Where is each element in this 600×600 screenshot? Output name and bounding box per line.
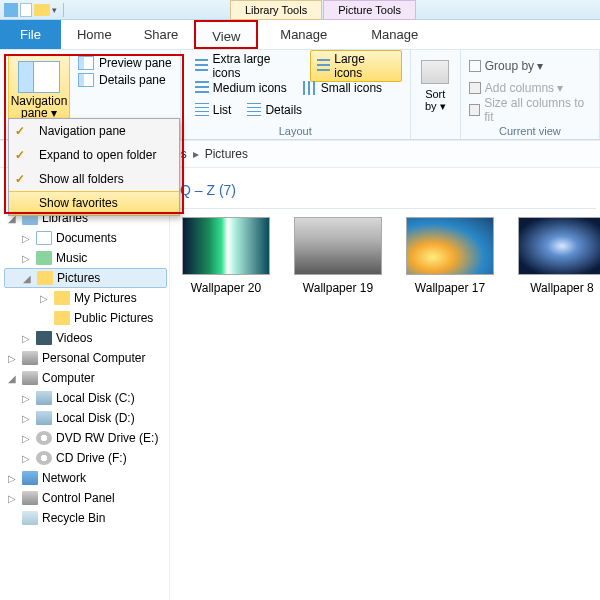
navigation-pane-button[interactable]: Navigation pane ▾ xyxy=(8,54,70,124)
group-by-label: Group by ▾ xyxy=(485,59,544,73)
file-item[interactable]: Wallpaper 8 xyxy=(518,217,600,295)
tree-cd[interactable]: ▷CD Drive (F:) xyxy=(4,448,167,468)
ribbon-tabs: File Home Share View Manage Manage xyxy=(0,20,600,50)
tree-personal-label: Personal Computer xyxy=(42,351,145,365)
layout-list[interactable]: List xyxy=(189,102,238,118)
tree-recycle-bin[interactable]: Recycle Bin xyxy=(4,508,167,528)
qa-dropdown-icon[interactable]: ▾ xyxy=(52,5,57,15)
tree-personal-computer[interactable]: ▷Personal Computer xyxy=(4,348,167,368)
recycle-bin-icon xyxy=(22,511,38,525)
tree-computer[interactable]: ◢Computer xyxy=(4,368,167,388)
file-name-label: Wallpaper 19 xyxy=(303,281,373,295)
disk-icon xyxy=(36,411,52,425)
check-icon: ✓ xyxy=(15,148,29,162)
tree-pictures[interactable]: ◢Pictures xyxy=(4,268,167,288)
details-pane-icon xyxy=(78,73,94,87)
thumbnail-icon xyxy=(518,217,600,275)
details-pane-button[interactable]: Details pane xyxy=(78,73,172,87)
tree-disk-c-label: Local Disk (C:) xyxy=(56,391,135,405)
current-view-group-label: Current view xyxy=(461,125,599,137)
layout-group-label: Layout xyxy=(181,125,410,137)
file-item[interactable]: Wallpaper 20 xyxy=(182,217,270,295)
current-view-group: Group by ▾ Add columns ▾ Size all column… xyxy=(461,50,600,139)
contextual-tabs: Library Tools Picture Tools xyxy=(230,0,417,20)
details-pane-label: Details pane xyxy=(99,73,166,87)
menu-navigation-pane[interactable]: ✓Navigation pane xyxy=(9,119,179,143)
tree-network[interactable]: ▷Network xyxy=(4,468,167,488)
md-label: Medium icons xyxy=(213,81,287,95)
network-icon xyxy=(22,471,38,485)
sort-group: Sort by ▾ xyxy=(411,50,461,139)
qa-folder-icon[interactable] xyxy=(34,4,50,16)
xl-icon xyxy=(195,59,209,73)
sm-icon xyxy=(303,81,317,95)
ctx-picture-tools[interactable]: Picture Tools xyxy=(323,0,416,20)
tab-file[interactable]: File xyxy=(0,20,61,49)
tree-dvd-label: DVD RW Drive (E:) xyxy=(56,431,158,445)
menu-show-fav-label: Show favorites xyxy=(39,196,118,210)
file-item[interactable]: Wallpaper 19 xyxy=(294,217,382,295)
layout-medium[interactable]: Medium icons xyxy=(189,80,293,96)
preview-pane-icon xyxy=(78,56,94,70)
control-panel-icon xyxy=(22,491,38,505)
qa-icon-2[interactable] xyxy=(20,3,32,17)
music-icon xyxy=(36,251,52,265)
tree-documents[interactable]: ▷Documents xyxy=(4,228,167,248)
lg-label: Large icons xyxy=(334,52,395,80)
qa-icon-1[interactable] xyxy=(4,3,18,17)
tree-disk-d-label: Local Disk (D:) xyxy=(56,411,135,425)
sm-label: Small icons xyxy=(321,81,382,95)
preview-pane-button[interactable]: Preview pane xyxy=(78,56,172,70)
breadcrumb-pictures[interactable]: Pictures xyxy=(205,147,248,161)
tab-manage-picture[interactable]: Manage xyxy=(349,20,440,49)
tree-control-panel[interactable]: ▷Control Panel xyxy=(4,488,167,508)
tree-disk-c[interactable]: ▷Local Disk (C:) xyxy=(4,388,167,408)
ctx-library-tools[interactable]: Library Tools xyxy=(230,0,322,20)
tree-documents-label: Documents xyxy=(56,231,117,245)
sort-by-button[interactable]: Sort by ▾ xyxy=(419,88,452,112)
menu-show-favorites[interactable]: Show favorites xyxy=(9,191,179,215)
tree-videos[interactable]: ▷Videos xyxy=(4,328,167,348)
group-header[interactable]: Q – Z (7) xyxy=(174,178,596,209)
tab-manage-library[interactable]: Manage xyxy=(258,20,349,49)
list-icon xyxy=(195,103,209,117)
tree-computer-label: Computer xyxy=(42,371,95,385)
navigation-tree: ◢Libraries ▷Documents ▷Music ◢Pictures ▷… xyxy=(0,168,170,600)
ribbon: Navigation pane ▾ Preview pane Details p… xyxy=(0,50,600,140)
chevron-right-icon: ▸ xyxy=(193,147,199,161)
tree-public-pictures[interactable]: Public Pictures xyxy=(4,308,167,328)
sort-icon xyxy=(421,60,449,84)
folder-icon xyxy=(54,291,70,305)
tab-view[interactable]: View xyxy=(194,20,258,49)
layout-group: Extra large icons Large icons Medium ico… xyxy=(181,50,411,139)
tree-music[interactable]: ▷Music xyxy=(4,248,167,268)
tab-home[interactable]: Home xyxy=(61,20,128,49)
navigation-pane-label: Navigation pane ▾ xyxy=(9,95,69,119)
tab-share[interactable]: Share xyxy=(128,20,195,49)
tree-disk-d[interactable]: ▷Local Disk (D:) xyxy=(4,408,167,428)
file-item[interactable]: Wallpaper 17 xyxy=(406,217,494,295)
tree-public-pictures-label: Public Pictures xyxy=(74,311,153,325)
folder-icon xyxy=(54,311,70,325)
layout-small[interactable]: Small icons xyxy=(297,80,388,96)
tree-my-pictures[interactable]: ▷My Pictures xyxy=(4,288,167,308)
pictures-icon xyxy=(37,271,53,285)
group-by-button[interactable]: Group by ▾ xyxy=(469,55,591,77)
navigation-pane-dropdown: ✓Navigation pane ✓Expand to open folder … xyxy=(8,118,180,216)
layout-details[interactable]: Details xyxy=(241,102,308,118)
content-area: ◢Libraries ▷Documents ▷Music ◢Pictures ▷… xyxy=(0,168,600,600)
thumbnail-icon xyxy=(182,217,270,275)
disk-icon xyxy=(36,391,52,405)
file-list-area: Q – Z (7) Wallpaper 20 Wallpaper 19 Wall… xyxy=(170,168,600,600)
menu-expand-folder[interactable]: ✓Expand to open folder xyxy=(9,143,179,167)
lg-icon xyxy=(317,59,331,73)
qa-separator xyxy=(63,3,64,17)
menu-show-all-folders[interactable]: ✓Show all folders xyxy=(9,167,179,191)
file-name-label: Wallpaper 17 xyxy=(415,281,485,295)
tree-cd-label: CD Drive (F:) xyxy=(56,451,127,465)
navigation-pane-icon xyxy=(18,61,60,93)
menu-expand-label: Expand to open folder xyxy=(39,148,156,162)
xl-label: Extra large icons xyxy=(212,52,299,80)
size-columns-button[interactable]: Size all columns to fit xyxy=(469,99,591,121)
tree-dvd[interactable]: ▷DVD RW Drive (E:) xyxy=(4,428,167,448)
